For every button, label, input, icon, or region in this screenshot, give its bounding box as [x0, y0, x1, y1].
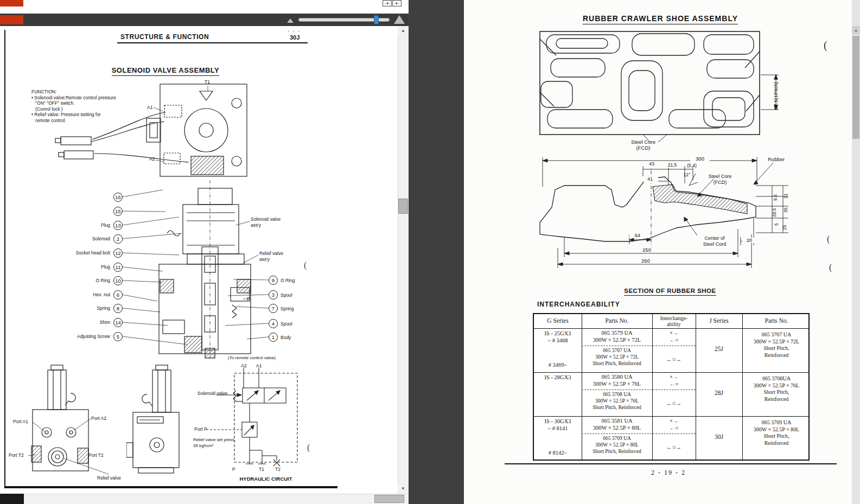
rubber-shoe-section-diagram: [534, 153, 792, 275]
page-prev-icon: ◄: [386, 2, 389, 5]
dim-35: 35: [783, 208, 788, 213]
right-page-title: RUBBER CRAWLER SHOE ASSEMBLY: [498, 4, 823, 24]
j-series-cell: 25J: [697, 346, 741, 352]
j-parts-no-cell: 065 3707 UA 300W × 52.5P × 72L Short Pit…: [743, 331, 810, 359]
right-scrollbar-thumb[interactable]: [852, 36, 859, 139]
right-scroll-up-button[interactable]: ▲: [852, 26, 860, 34]
page-next-icon: ►: [396, 2, 399, 5]
page-number: 2 - 19 - 2: [614, 469, 723, 477]
zoom-out-icon[interactable]: [286, 17, 294, 23]
vertical-scrollbar-track[interactable]: [398, 26, 409, 494]
horizontal-scrollbar-thumb[interactable]: [374, 495, 404, 503]
app-badge-toolbar: [0, 15, 23, 24]
parts-no-sub-a: 065 3580 UA 300W × 52.5P × 76L: [583, 374, 651, 387]
table-vline: [696, 314, 696, 460]
scroll-up-button[interactable]: ▲: [398, 26, 409, 36]
table-header-parts-no-g: Parts No.: [582, 317, 652, 324]
interchange-symbols-a: ×→ ←○: [653, 417, 695, 431]
statusbar-corner-block: [0, 494, 24, 504]
scroll-down-button[interactable]: ▼: [398, 484, 409, 494]
zoom-slider-thumb[interactable]: [374, 15, 379, 24]
interchange-symbols-b: ←○→: [653, 444, 695, 450]
table-vline: [652, 314, 653, 460]
dim-5: 5: [774, 223, 779, 226]
vertical-scrollbar-thumb[interactable]: [398, 199, 408, 214]
dim-12deg: 12°: [680, 172, 694, 177]
page-prev-button[interactable]: ◄: [383, 0, 392, 7]
dim-43: 43: [644, 161, 660, 167]
label-center-of-steel-cord: Center of Steel Cord: [693, 235, 736, 247]
j-parts-no-cell: 065 3708UA 300W × 52.5P × 76L Short Pitc…: [743, 375, 810, 403]
crawler-tread-diagram: [534, 27, 784, 144]
viewer-topbar: [0, 0, 409, 14]
dim-25: 25: [782, 225, 787, 230]
interchange-symbols-a: ×→ ←○: [653, 373, 695, 387]
interchange-symbols-b: ←○→: [653, 356, 695, 362]
parts-no-sub-b: 065 3708 UA 300W × 52.5P × 76L Short Pit…: [583, 391, 651, 411]
interchangeability-heading: INTERCHANGEABILITY: [537, 301, 620, 308]
g-series-top: IS - 30GX3 ~ # 8141: [535, 418, 581, 432]
parts-no-sub-b: 065 3709 UA 300W × 52.5P × 80L Short Pit…: [583, 435, 651, 455]
dim-250: 250: [636, 247, 658, 253]
dim-41: 41: [642, 176, 658, 182]
j-parts-no-cell: 065 3709 UA 300W × 52.5P × 80L Short Pit…: [743, 419, 810, 446]
scroll-up-icon: ▲: [401, 28, 405, 33]
valve-port-view-diagram: [27, 361, 103, 483]
scroll-up-icon: ▲: [854, 28, 858, 32]
dim-21: 21: [783, 194, 788, 199]
horizontal-scrollbar-track[interactable]: [24, 494, 409, 504]
table-vline: [742, 314, 743, 460]
scroll-down-icon: ▼: [401, 486, 405, 491]
parts-no-sub-b: 065 3707 UA 300W × 52.5P × 72L Short Pit…: [583, 347, 651, 367]
crawler-pitch-dim: 52.5(1Pitch): [773, 82, 779, 110]
dim-64: 64: [629, 233, 646, 238]
table-hline: [534, 372, 808, 373]
right-page-title-text: RUBBER CRAWLER SHOE ASSEMBLY: [583, 14, 738, 24]
table-header-parts-no-j: Parts No.: [742, 317, 811, 324]
section-caption-text: SECTION OF RUBBER SHOE: [624, 288, 716, 296]
j-series-cell: 30J: [697, 433, 741, 440]
table-dashed-divider: [582, 390, 696, 390]
dim-300: 300: [690, 156, 710, 162]
pen-mark: (: [824, 39, 827, 52]
table-dashed-divider: [582, 433, 696, 434]
table-vline: [582, 314, 582, 460]
table-hline: [534, 416, 808, 417]
parts-no-sub-a: 065 3581 UA 300W × 52.5P × 80L: [583, 418, 651, 431]
pen-mark: (: [829, 263, 832, 272]
dim-21-5: 21.5: [663, 162, 681, 168]
section-caption: SECTION OF RUBBER SHOE: [619, 276, 722, 296]
table-header-j-series: J Series: [696, 317, 742, 324]
dim-20: 20: [742, 238, 756, 243]
hydraulic-circuit-diagram: [190, 353, 307, 486]
g-series-bottom: # 3469~: [535, 362, 581, 368]
interchange-symbols-b: ←○→: [653, 400, 695, 406]
dim-20-5: 20.5: [772, 208, 777, 217]
g-series-bottom: # 8142~: [535, 450, 581, 456]
pen-mark: (: [827, 234, 830, 244]
label-rubber: Rubber: [768, 156, 785, 162]
table-header-interchangeability: Interchange- ability: [652, 315, 696, 327]
table-dashed-divider: [582, 346, 696, 346]
zoom-in-icon[interactable]: [393, 14, 405, 24]
crawler-steel-core-label: Steel Core (FCD): [615, 139, 672, 151]
footer-rule: [505, 463, 837, 464]
page-next-button[interactable]: ►: [392, 0, 402, 7]
label-steel-core-section: Steel Core (FCD): [698, 174, 742, 185]
interchangeability-table: G Series Parts No. Interchange- ability …: [533, 313, 810, 461]
dim-5-4: (5.4): [683, 163, 701, 168]
interchange-symbols-a: ×→ ←○: [653, 329, 695, 343]
valve-side-view-diagram: [126, 361, 189, 483]
parts-no-sub-a: 065 3579 UA 300W × 52.5P × 72L: [583, 330, 651, 343]
table-hline: [534, 328, 808, 329]
g-series-top: IS - 25GX3 ~ # 3468: [535, 330, 581, 344]
j-series-cell: 28J: [697, 390, 741, 396]
dim-260: 260: [635, 258, 657, 264]
g-series-top: IS - 28GX3: [535, 374, 581, 381]
valve-cross-section-diagram: [151, 158, 259, 359]
app-badge-top: [0, 0, 23, 7]
dim-9-5: 9.5: [773, 194, 778, 201]
table-header-g-series: G Series: [534, 317, 582, 324]
